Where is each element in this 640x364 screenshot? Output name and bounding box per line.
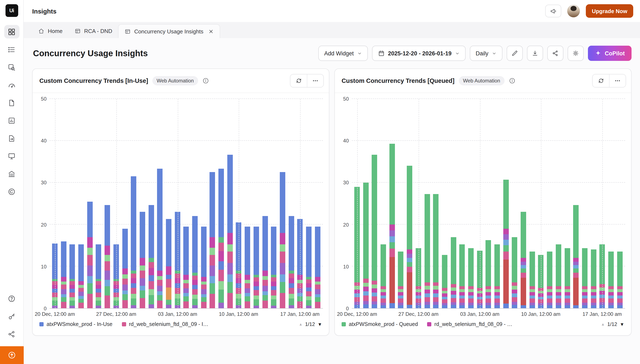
- x-axis: 20 Dec, 12:00 am27 Dec, 12:00 am03 Jan, …: [50, 308, 323, 319]
- sidebar-item-api-keys[interactable]: [4, 310, 19, 323]
- more-options-button[interactable]: [307, 74, 323, 87]
- stacked-bar: [289, 99, 294, 308]
- x-axis: 20 Dec, 12:00 am27 Dec, 12:00 am03 Jan, …: [352, 308, 625, 319]
- arrow-up-circle-icon: [8, 351, 16, 359]
- stacked-bar: [564, 99, 570, 308]
- download-button[interactable]: [527, 46, 543, 61]
- more-options-button[interactable]: [609, 74, 626, 87]
- y-tick-label: 40: [41, 138, 47, 144]
- web-automation-badge: Web Automation: [459, 76, 504, 86]
- tab-rca-dnd[interactable]: RCA - DND: [68, 24, 118, 38]
- sidebar-item-export[interactable]: [4, 132, 19, 145]
- info-icon[interactable]: [202, 77, 209, 84]
- x-tick-label: 03 Jan, 12:00 am: [460, 311, 499, 317]
- pager-label: 1/12: [607, 321, 617, 327]
- topbar-right: Upgrade Now: [545, 4, 633, 18]
- user-avatar[interactable]: [567, 5, 580, 17]
- stacked-bar: [262, 99, 268, 308]
- sidebar-item-monitoring[interactable]: [4, 149, 19, 163]
- stacked-bar: [608, 99, 614, 308]
- tab-concurrency-usage-insights[interactable]: Concurrency Usage Insights: [118, 24, 220, 38]
- pager-down-icon[interactable]: ▼: [620, 322, 624, 326]
- sidebar-item-licensing[interactable]: [4, 185, 19, 198]
- x-tick-label: 20 Dec, 12:00 am: [35, 311, 75, 317]
- sidebar-item-discover[interactable]: [4, 60, 19, 74]
- sidebar-item-organization[interactable]: [4, 167, 19, 180]
- legend: atxPWSmoke_prod - In-Userd_web_selenium_…: [39, 321, 208, 327]
- calendar-icon: [378, 50, 384, 57]
- stacked-bar: [494, 99, 500, 308]
- legend: atxPWSmoke_prod - Queuedrd_web_selenium_…: [342, 321, 512, 327]
- pager-up-icon[interactable]: ▲: [299, 322, 303, 326]
- stacked-bar: [582, 99, 587, 308]
- upgrade-now-button[interactable]: Upgrade Now: [586, 4, 633, 18]
- stacked-bar: [280, 99, 285, 308]
- stacked-bar: [219, 99, 224, 308]
- legend-item[interactable]: rd_web_selenium_ftd_08_09 - I…: [122, 321, 208, 327]
- chevron-down-icon: [455, 51, 460, 56]
- gridline-vertical: [55, 99, 55, 308]
- stacked-bar: [70, 99, 75, 308]
- refresh-button[interactable]: [593, 74, 609, 87]
- pager-down-icon[interactable]: ▼: [317, 322, 322, 326]
- sidebar-item-integrations[interactable]: [4, 327, 19, 341]
- stacked-bar: [210, 99, 215, 308]
- sidebar-item-documents[interactable]: [4, 96, 19, 110]
- y-tick-label: 50: [41, 96, 47, 102]
- pager-up-icon[interactable]: ▲: [601, 322, 605, 326]
- legend-item[interactable]: atxPWSmoke_prod - Queued: [342, 321, 418, 327]
- stacked-bar: [521, 99, 526, 308]
- plot-column: 20 Dec, 12:00 am27 Dec, 12:00 am03 Jan, …: [50, 99, 323, 319]
- legend-label: atxPWSmoke_prod - In-Use: [47, 321, 112, 327]
- tab-home[interactable]: Home: [32, 24, 68, 38]
- stacked-bar: [372, 99, 377, 308]
- refresh-button[interactable]: [290, 74, 307, 87]
- tab-close-button[interactable]: [208, 28, 214, 34]
- settings-button[interactable]: [568, 46, 584, 61]
- refresh-icon: [597, 77, 604, 84]
- sidebar-item-dashboards[interactable]: [4, 25, 19, 38]
- x-tick-label: 03 Jan, 12:00 am: [158, 311, 197, 317]
- date-range-button[interactable]: 2025-12-20 - 2026-01-19: [372, 46, 465, 61]
- scroll-top-button[interactable]: [0, 346, 24, 364]
- stacked-bar: [398, 99, 403, 308]
- sidebar-item-help[interactable]: [4, 292, 19, 305]
- legend-item[interactable]: rd_web_selenium_ftd_08_09 - …: [427, 321, 512, 327]
- card-actions: [290, 74, 324, 88]
- x-tick-label: 10 Jan, 12:00 am: [521, 311, 560, 317]
- edit-button[interactable]: [507, 46, 523, 61]
- gridline-vertical: [357, 99, 357, 308]
- sidebar-item-lists[interactable]: [4, 43, 19, 56]
- add-widget-button[interactable]: Add Widget: [318, 46, 368, 61]
- stacked-bar: [460, 99, 465, 308]
- stacked-bar: [166, 99, 171, 308]
- chevron-down-icon: [492, 51, 497, 56]
- stacked-bar: [380, 99, 386, 308]
- key-icon: [8, 312, 16, 320]
- dashboard-window-icon: [124, 28, 131, 34]
- copilot-button[interactable]: CoPilot: [588, 46, 632, 61]
- stacked-bar: [245, 99, 250, 308]
- legend-label: rd_web_selenium_ftd_08_09 - I…: [129, 321, 208, 327]
- announcements-button[interactable]: [545, 5, 561, 17]
- stacked-bar: [148, 99, 154, 308]
- nodes-icon: [8, 330, 16, 338]
- bank-icon: [8, 170, 16, 178]
- share-button[interactable]: [547, 46, 563, 61]
- y-axis: 01020304050: [35, 99, 50, 308]
- date-range-label: 2025-12-20 - 2026-01-19: [388, 50, 452, 56]
- share-icon: [552, 50, 559, 57]
- stacked-bar: [131, 99, 136, 308]
- info-icon[interactable]: [509, 77, 515, 84]
- card-header: Custom Concurrency Trends [Queued] Web A…: [335, 69, 631, 93]
- stacked-bar: [227, 99, 233, 308]
- y-tick-label: 0: [44, 306, 47, 312]
- granularity-button[interactable]: Daily: [470, 46, 502, 61]
- stacked-bar: [201, 99, 206, 308]
- sidebar-item-performance[interactable]: [4, 78, 19, 92]
- help-icon: [8, 294, 16, 302]
- gridline-vertical: [300, 99, 300, 308]
- legend-item[interactable]: atxPWSmoke_prod - In-Use: [39, 321, 112, 327]
- sidebar-item-reports[interactable]: [4, 114, 19, 127]
- web-automation-badge: Web Automation: [152, 76, 198, 86]
